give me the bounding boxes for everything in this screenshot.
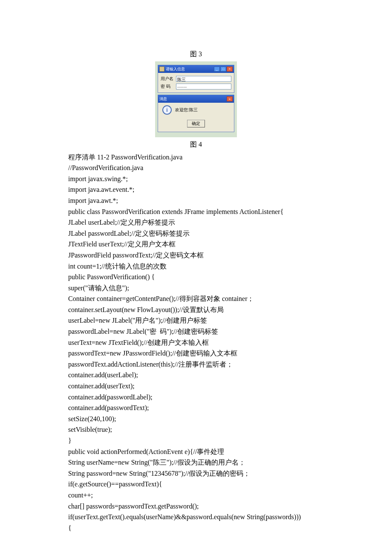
username-field[interactable]: 陈三 xyxy=(176,76,231,82)
password-field[interactable]: ········ xyxy=(176,84,231,90)
maximize-button[interactable]: □ xyxy=(220,66,226,72)
info-icon: i xyxy=(162,105,172,115)
input-window: 请输入信息 _ □ × 用户名 陈三 密 码 ········ xyxy=(158,65,234,93)
close-button[interactable]: × xyxy=(227,66,233,72)
ok-button[interactable]: 确定 xyxy=(187,120,205,127)
message-dialog-title: 消息 xyxy=(159,96,167,102)
code-listing: //PasswordVerification.java import javax… xyxy=(68,162,324,533)
figure-4-caption: 图 4 xyxy=(68,139,324,150)
figure-4-image: 请输入信息 _ □ × 用户名 陈三 密 码 ········ xyxy=(68,61,324,137)
username-label: 用户名 xyxy=(161,75,174,82)
input-window-titlebar: 请输入信息 _ □ × xyxy=(158,65,234,73)
minimize-button[interactable]: _ xyxy=(214,66,220,72)
listing-title: 程序清单 11-2 PasswordVerification.java xyxy=(68,152,324,163)
input-window-title: 请输入信息 xyxy=(166,66,185,72)
message-dialog: 消息 × i 欢迎您:陈三 确定 xyxy=(158,95,234,132)
message-dialog-titlebar: 消息 × xyxy=(158,95,234,103)
password-label: 密 码 xyxy=(161,83,174,90)
figure-3-caption: 图 3 xyxy=(68,49,324,60)
welcome-message: 欢迎您:陈三 xyxy=(175,107,198,113)
dialog-close-button[interactable]: × xyxy=(227,96,233,101)
java-app-icon xyxy=(159,66,164,72)
